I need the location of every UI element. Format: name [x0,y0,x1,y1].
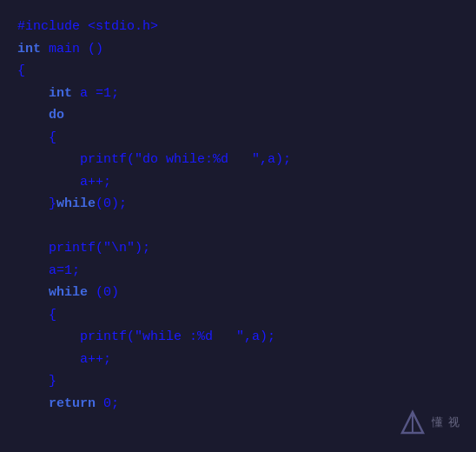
code-line: printf("\n"); [17,237,459,260]
code-line: { [17,127,459,150]
code-line: do [17,104,459,127]
keyword: int [17,42,41,56]
code-line: int main () [17,38,459,61]
keyword: while [56,196,96,211]
watermark-text: 懂 视 [432,413,460,432]
code-line: { [17,60,459,83]
code-line: int a =1; [17,83,459,105]
watermark: 懂 视 [399,409,460,436]
code-line: a++; [17,171,459,194]
keyword: return [49,396,96,411]
code-block: #include <stdio.h> int main () { int a =… [0,0,476,452]
code-container: #include <stdio.h> int main () { int a =… [0,0,476,452]
code-line [17,216,459,238]
keyword: while [49,285,88,300]
code-line: #include <stdio.h> [17,16,459,38]
keyword: do [49,108,64,123]
watermark-logo-icon [399,409,426,436]
code-line: { [17,304,459,327]
code-line: a++; [17,349,459,371]
code-line: printf("do while:%d ",a); [17,149,459,171]
code-line: } [17,370,459,393]
code-line: printf("while :%d ",a); [17,326,459,349]
code-line: return 0; [17,393,459,415]
code-line: while (0) [17,282,459,304]
code-line: a=1; [17,260,459,282]
code-line: }while(0); [17,193,459,216]
keyword: int [49,86,72,101]
